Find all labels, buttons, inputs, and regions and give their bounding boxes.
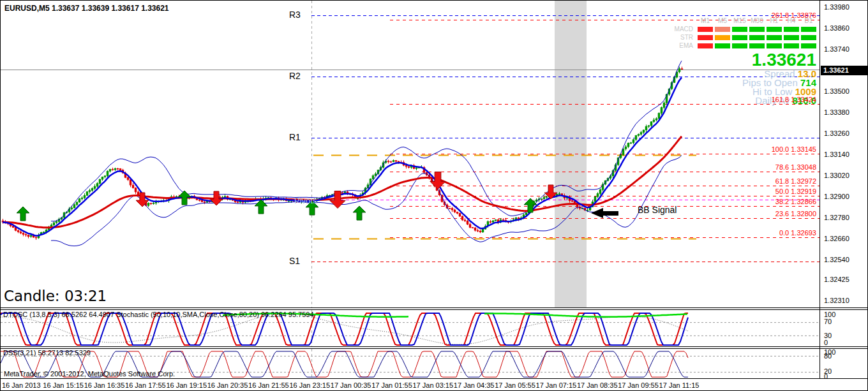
price-axis-label: 1.32425 [824,276,849,283]
price-axis-label: 1.33980 [824,3,849,11]
buy-signal-arrow [17,207,29,221]
price-axis-label: 1.33380 [824,108,849,116]
signal-cell-red [698,35,713,40]
pivots-indicator-watermark: Pivots [294,196,317,205]
dss-scale-label: 80 [824,352,832,360]
matrix-row-label: EMA [679,42,693,49]
signal-cell-orange [715,35,730,40]
signal-cell-green [784,43,799,48]
mt4-chart-window: EURUSD,M5 1.33637 1.33639 1.33617 1.3362… [0,0,868,391]
time-axis-label: 17 Jan 00:35 [331,381,371,389]
pivot-label-s1: S1 [289,256,300,266]
pivot-label-r3: R3 [289,10,301,20]
time-axis-label: 16 Jan 15:15 [43,381,84,389]
time-axis-label: 17 Jan 07:15 [536,381,577,389]
signal-cell-green [801,43,816,48]
window-separator [1,309,868,310]
dtosc-scale-label: 0 [824,339,828,346]
fib-label: 78.6 1.33048 [775,163,816,171]
price-axis-label: 1.32540 [824,256,849,263]
signal-cell-green [767,43,782,48]
timeframe-signal-matrix: M1M5M15M30H1H4D1MACDSTREMA [675,17,816,49]
fib-label: 161.8 1.33424 [772,96,816,103]
time-axis-label: 17 Jan 01:55 [371,381,412,389]
signal-cell-green [801,27,816,32]
price-axis-label: 1.33020 [824,172,849,179]
dtosc-indicator-label: DTOSC (13,8,5,3) 68.5262 64.4907 Stochas… [3,311,314,318]
matrix-col-label: M1 [698,17,713,24]
bb-signal-arrow [591,208,618,218]
fib-label: 50.0 1.32919 [775,188,816,195]
matrix-col-label: M15 [732,17,747,24]
time-axis-label: 17 Jan 05:55 [495,381,535,389]
bb-signal-annotation: BB Signal [638,205,677,215]
signal-cell-salmon [715,27,730,32]
time-axis-label: 17 Jan 04:35 [454,381,495,389]
window-separator [1,348,868,349]
signal-cell-green [732,27,747,32]
dashboard-info-panel: M1M5M15M30H1H4D1MACDSTREMA 1.33621 Sprea… [675,17,816,105]
matrix-row-macd: MACD [675,26,816,33]
price-axis-label: 1.32310 [824,297,849,304]
matrix-row-ema: EMA [679,42,816,49]
signal-cell-green [732,43,747,48]
fib-label: 61.8 1.32972 [775,177,816,185]
pivot-label-r1: R1 [289,132,301,142]
dss-indicator-label: DSS(3,21) 58.2713 82.5329 [3,349,91,357]
stochastic-green-line [484,314,687,317]
candle-countdown-comment: Candle: 03:21 [4,288,107,304]
time-axis-label: 16 Jan 19:15 [166,381,207,389]
price-axis-label: 1.32660 [824,235,849,242]
fib-label: 38.2 1.32866 [775,198,816,205]
signal-cell-green [784,27,799,32]
time-axis-label: 16 Jan 16:35 [84,381,125,389]
time-axis-label: 17 Jan 03:15 [413,381,454,389]
time-axis-label: 16 Jan 20:35 [207,381,248,389]
price-axis-label: 1.33140 [824,151,849,158]
signal-cell-green [749,35,765,40]
fib-label: 23.6 1.32800 [775,210,816,218]
signal-cell-green [767,35,782,40]
dtosc-scale-label: 70 [824,318,832,325]
price-axis-label: 1.32780 [824,214,849,221]
signal-cell-green [784,35,799,40]
pivot-label-r2: R2 [289,71,301,81]
price-axis-label: 1.32900 [824,193,849,200]
price-scale-separator[interactable] [819,1,820,379]
time-axis-label: 17 Jan 11:15 [659,381,700,389]
price-axis-label: 1.33260 [824,129,849,137]
matrix-col-label: M30 [749,17,765,24]
signal-cell-green [749,43,765,48]
time-axis-label: 16 Jan 21:55 [248,381,289,389]
signal-cell-green [715,43,730,48]
time-axis-label: 17 Jan 09:55 [618,381,659,389]
copyright-text: MetaTrader, © 2001-2012, MetaQuotes Soft… [4,370,175,378]
current-price-display: 1.33621 [675,50,816,70]
matrix-row-label: MACD [675,26,693,33]
window-separator[interactable] [1,346,868,347]
window-separator[interactable] [1,307,868,308]
fib-label: 261.8 1.33876 [772,11,816,19]
signal-cell-green [732,35,747,40]
signal-cell-green [767,27,782,32]
buy-signal-arrow [353,206,366,220]
signal-cell-red [698,43,713,48]
signal-cell-green [801,35,816,40]
price-axis-label: 1.33860 [824,24,849,32]
current-price-tag: 1.33621 [821,66,868,75]
buy-signal-arrow [255,200,267,214]
price-axis-label: 1.33500 [824,87,849,95]
matrix-row-str: STR [680,34,816,41]
time-axis-label: 16 Jan 23:15 [289,381,330,389]
axis-separator [1,378,868,379]
fib-label: 100.0 1.33145 [772,145,816,153]
price-axis-label: 1.33740 [824,45,849,53]
matrix-col-label: M5 [715,17,730,24]
time-axis-label: 16 Jan 2013 [2,381,41,389]
time-axis-label: 17 Jan 08:35 [577,381,618,389]
fib-label: 0.0 1.32693 [779,229,816,237]
dss-scale-label: 0 [824,373,828,380]
signal-cell-green [749,27,765,32]
symbol-ohlc-title: EURUSD,M5 1.33637 1.33639 1.33617 1.3362… [4,4,169,13]
signal-cell-red [698,27,713,32]
